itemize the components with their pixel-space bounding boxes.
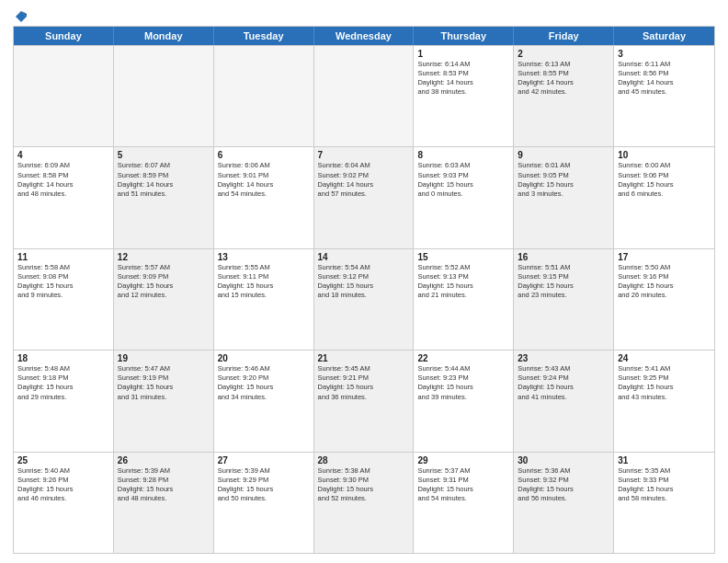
calendar-header: SundayMondayTuesdayWednesdayThursdayFrid… (14, 27, 714, 45)
cell-info: Sunrise: 6:04 AM (318, 161, 410, 170)
cell-info: Daylight: 15 hours (618, 485, 711, 494)
cell-info: Sunset: 9:13 PM (417, 272, 509, 282)
calendar-cell: 30Sunrise: 5:36 AMSunset: 9:32 PMDayligh… (514, 453, 614, 553)
calendar-cell: 10Sunrise: 6:00 AMSunset: 9:06 PMDayligh… (614, 147, 714, 247)
calendar-cell: 1Sunrise: 6:14 AMSunset: 8:53 PMDaylight… (414, 46, 514, 146)
cell-info: and 21 minutes. (417, 291, 509, 300)
calendar-row: 25Sunrise: 5:40 AMSunset: 9:26 PMDayligh… (14, 452, 714, 553)
cell-info: Daylight: 15 hours (218, 485, 310, 494)
day-number: 17 (618, 252, 711, 262)
cell-info: Sunset: 8:59 PM (118, 171, 210, 180)
cell-info: and 6 minutes. (618, 190, 711, 199)
cell-info: Sunset: 9:26 PM (17, 476, 109, 485)
cell-info: Sunset: 9:06 PM (618, 171, 711, 180)
calendar-cell: 23Sunrise: 5:43 AMSunset: 9:24 PMDayligh… (514, 350, 614, 451)
cell-info: Sunset: 9:16 PM (618, 272, 711, 282)
cell-info: Sunset: 9:18 PM (17, 373, 109, 383)
calendar-cell: 18Sunrise: 5:48 AMSunset: 9:18 PMDayligh… (14, 350, 114, 451)
cell-info: Sunset: 9:03 PM (417, 171, 509, 180)
logo (13, 9, 29, 20)
cell-info: Sunset: 9:31 PM (417, 476, 509, 485)
day-number: 1 (417, 49, 509, 59)
cell-info: and 9 minutes. (17, 291, 109, 300)
day-number: 31 (618, 455, 711, 465)
day-number: 22 (417, 353, 509, 363)
cell-info: Daylight: 15 hours (17, 383, 109, 392)
day-number: 25 (17, 455, 109, 465)
calendar-cell: 11Sunrise: 5:58 AMSunset: 9:08 PMDayligh… (14, 249, 114, 350)
cell-info: Sunset: 9:23 PM (417, 373, 509, 383)
cell-info: Daylight: 15 hours (417, 180, 509, 190)
day-number: 24 (618, 353, 711, 363)
calendar-cell: 28Sunrise: 5:38 AMSunset: 9:30 PMDayligh… (314, 453, 415, 553)
cell-info: and 46 minutes. (17, 494, 109, 503)
calendar-cell: 16Sunrise: 5:51 AMSunset: 9:15 PMDayligh… (514, 249, 614, 350)
calendar-cell: 15Sunrise: 5:52 AMSunset: 9:13 PMDayligh… (414, 249, 514, 350)
cell-info: Daylight: 15 hours (518, 282, 609, 291)
calendar-cell: 31Sunrise: 5:35 AMSunset: 9:33 PMDayligh… (614, 453, 714, 553)
day-number: 13 (218, 252, 310, 262)
calendar-cell (314, 46, 415, 146)
cell-info: Sunrise: 5:35 AM (618, 466, 711, 476)
cell-info: Sunrise: 5:50 AM (618, 263, 711, 272)
cell-info: Sunrise: 5:40 AM (17, 466, 109, 476)
calendar-cell: 25Sunrise: 5:40 AMSunset: 9:26 PMDayligh… (14, 453, 114, 553)
cell-info: and 52 minutes. (318, 494, 410, 503)
cell-info: Sunset: 9:30 PM (318, 476, 410, 485)
cell-info: Sunrise: 5:51 AM (518, 263, 609, 272)
cell-info: and 3 minutes. (518, 190, 609, 199)
calendar-cell: 19Sunrise: 5:47 AMSunset: 9:19 PMDayligh… (114, 350, 214, 451)
cell-info: Sunset: 9:24 PM (518, 373, 609, 383)
cell-info: Daylight: 15 hours (417, 282, 509, 291)
weekday-header: Thursday (414, 27, 514, 45)
cell-info: Daylight: 15 hours (518, 485, 609, 494)
cell-info: Sunset: 9:21 PM (318, 373, 410, 383)
cell-info: Sunset: 9:19 PM (118, 373, 210, 383)
cell-info: Sunset: 9:15 PM (518, 272, 609, 282)
calendar-cell: 22Sunrise: 5:44 AMSunset: 9:23 PMDayligh… (414, 350, 514, 451)
cell-info: and 50 minutes. (218, 494, 310, 503)
cell-info: Daylight: 15 hours (318, 282, 410, 291)
cell-info: Sunrise: 5:37 AM (417, 466, 509, 476)
cell-info: Sunrise: 6:14 AM (417, 60, 509, 69)
cell-info: Daylight: 15 hours (518, 383, 609, 392)
cell-info: Sunrise: 6:11 AM (618, 60, 711, 69)
day-number: 29 (417, 455, 509, 465)
cell-info: Sunset: 8:53 PM (417, 69, 509, 78)
cell-info: Sunrise: 6:09 AM (17, 161, 109, 170)
cell-info: Sunrise: 6:07 AM (118, 161, 210, 170)
day-number: 14 (318, 252, 410, 262)
day-number: 30 (518, 455, 609, 465)
weekday-header: Wednesday (314, 27, 415, 45)
day-number: 21 (318, 353, 410, 363)
day-number: 28 (318, 455, 410, 465)
calendar-page: SundayMondayTuesdayWednesdayThursdayFrid… (0, 0, 728, 563)
cell-info: Daylight: 15 hours (318, 485, 410, 494)
cell-info: Sunset: 9:33 PM (618, 476, 711, 485)
calendar-cell: 17Sunrise: 5:50 AMSunset: 9:16 PMDayligh… (614, 249, 714, 350)
cell-info: and 12 minutes. (118, 291, 210, 300)
cell-info: Sunrise: 5:55 AM (218, 263, 310, 272)
calendar-cell: 6Sunrise: 6:06 AMSunset: 9:01 PMDaylight… (214, 147, 314, 247)
cell-info: and 31 minutes. (118, 393, 210, 402)
cell-info: Daylight: 15 hours (618, 383, 711, 392)
cell-info: Daylight: 15 hours (618, 282, 711, 291)
calendar-cell: 21Sunrise: 5:45 AMSunset: 9:21 PMDayligh… (314, 350, 415, 451)
cell-info: Daylight: 15 hours (218, 383, 310, 392)
cell-info: Sunset: 9:02 PM (318, 171, 410, 180)
cell-info: Sunrise: 5:43 AM (518, 364, 609, 373)
cell-info: Sunrise: 5:38 AM (318, 466, 410, 476)
cell-info: Daylight: 14 hours (618, 78, 711, 87)
cell-info: Sunrise: 6:01 AM (518, 161, 609, 170)
cell-info: Daylight: 15 hours (518, 180, 609, 190)
day-number: 19 (118, 353, 210, 363)
calendar-cell: 14Sunrise: 5:54 AMSunset: 9:12 PMDayligh… (314, 249, 415, 350)
day-number: 7 (318, 150, 410, 160)
day-number: 2 (518, 49, 609, 59)
weekday-header: Friday (514, 27, 614, 45)
cell-info: Sunrise: 5:54 AM (318, 263, 410, 272)
cell-info: Daylight: 14 hours (218, 180, 310, 190)
calendar-cell: 24Sunrise: 5:41 AMSunset: 9:25 PMDayligh… (614, 350, 714, 451)
cell-info: Sunrise: 5:57 AM (118, 263, 210, 272)
calendar-cell: 26Sunrise: 5:39 AMSunset: 9:28 PMDayligh… (114, 453, 214, 553)
